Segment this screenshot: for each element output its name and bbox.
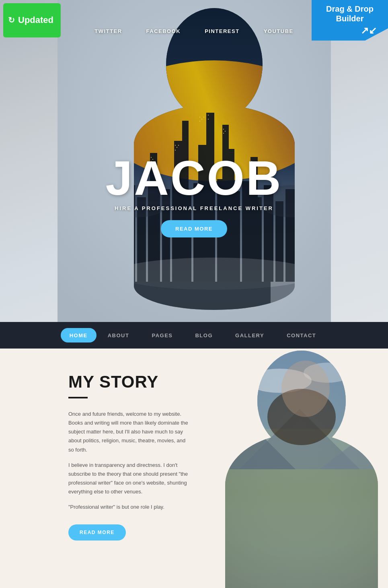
svg-rect-46 (208, 115, 209, 116)
svg-rect-45 (203, 117, 204, 118)
svg-rect-42 (199, 117, 200, 118)
nav-pages[interactable]: PAGES (140, 322, 184, 349)
hero-name: JACOB (105, 154, 282, 202)
nav-facebook[interactable]: FACEBOOK (146, 28, 181, 34)
svg-rect-38 (175, 145, 176, 146)
svg-rect-41 (178, 145, 179, 146)
svg-rect-47 (208, 119, 209, 120)
hero-tagline: HIRE A PROFESSIONAL FREELANCE WRITER (105, 205, 282, 211)
svg-rect-71 (199, 469, 388, 588)
hero-read-more-button[interactable]: READ MORE (161, 220, 227, 237)
story-paragraph-1: Once and future friends, welcome to my w… (68, 410, 189, 454)
svg-rect-48 (223, 129, 224, 130)
story-underline (68, 397, 88, 398)
svg-rect-40 (175, 150, 176, 151)
svg-rect-44 (199, 121, 200, 122)
svg-rect-49 (225, 131, 226, 132)
story-content: MY STORY Once and future friends, welcom… (0, 373, 193, 541)
main-nav: HOME ABOUT PAGES BLOG GALLERY CONTACT (0, 322, 388, 349)
nav-home[interactable]: HOME (61, 328, 96, 342)
story-quote: "Professional writer" is but one role I … (68, 503, 189, 512)
svg-rect-50 (223, 133, 224, 134)
nav-pinterest[interactable]: PINTEREST (205, 28, 239, 34)
svg-rect-43 (201, 119, 202, 120)
hero-content: JACOB HIRE A PROFESSIONAL FREELANCE WRIT… (105, 154, 282, 237)
nav-contact[interactable]: CONTACT (275, 322, 327, 349)
nav-about[interactable]: ABOUT (96, 322, 141, 349)
story-read-more-button[interactable]: READ MORE (68, 524, 126, 541)
story-person-silhouette (199, 349, 388, 588)
story-section: MY STORY Once and future friends, welcom… (0, 349, 388, 588)
story-title: MY STORY (68, 373, 193, 391)
svg-point-73 (281, 361, 330, 417)
nav-youtube[interactable]: YOUTUBE (264, 28, 294, 34)
svg-rect-39 (177, 147, 177, 148)
social-nav: TWITTER FACEBOOK PINTEREST YOUTUBE (0, 28, 388, 34)
story-paragraph-2: I believe in transparency and directness… (68, 461, 189, 496)
nav-blog[interactable]: BLOG (184, 322, 224, 349)
nav-twitter[interactable]: TWITTER (94, 28, 122, 34)
hero-section: TWITTER FACEBOOK PINTEREST YOUTUBE JACOB… (0, 0, 388, 322)
nav-gallery[interactable]: GALLERY (224, 322, 275, 349)
